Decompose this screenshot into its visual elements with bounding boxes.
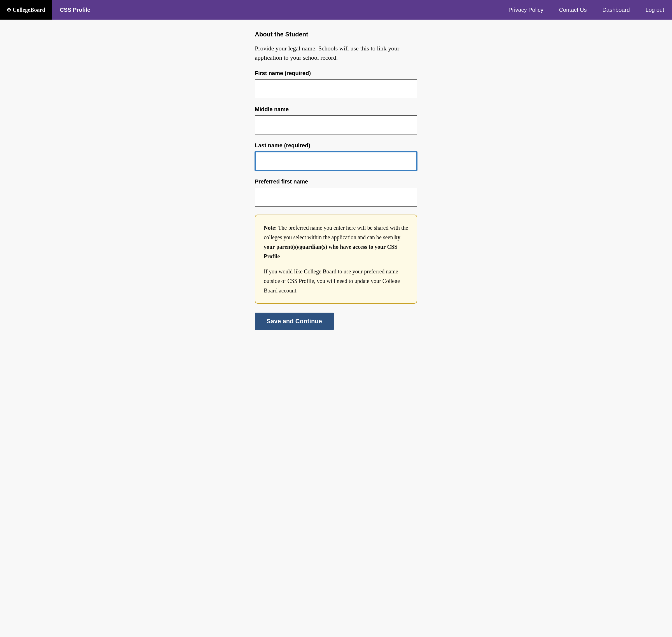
collegeboard-logo[interactable]: ⊕ CollegeBoard [0,0,52,20]
section-description: Provide your legal name. Schools will us… [255,44,417,62]
note-text-first: Note: The preferred name you enter here … [264,223,408,261]
middle-name-label: Middle name [255,106,417,113]
note-text-second: If you would like College Board to use y… [264,267,408,295]
note-text-1: The preferred name you enter here will b… [264,225,408,240]
app-name: CSS Profile [52,7,98,13]
navbar-links: Privacy Policy Contact Us Dashboard Log … [501,7,672,13]
preferred-first-name-group: Preferred first name [255,179,417,207]
note-label: Note: [264,225,277,231]
first-name-group: First name (required) [255,70,417,98]
last-name-label: Last name (required) [255,142,417,149]
preferred-first-name-label: Preferred first name [255,179,417,185]
first-name-label: First name (required) [255,70,417,76]
note-period: . [281,253,282,259]
logo-text: CollegeBoard [13,7,45,13]
page-content: About the Student Provide your legal nam… [0,20,672,352]
contact-us-link[interactable]: Contact Us [551,7,594,13]
first-name-input[interactable] [255,79,417,98]
last-name-group: Last name (required) [255,142,417,170]
preferred-first-name-input[interactable] [255,188,417,207]
logout-link[interactable]: Log out [638,7,672,13]
middle-name-input[interactable] [255,115,417,134]
last-name-input[interactable] [255,151,417,170]
dashboard-link[interactable]: Dashboard [594,7,638,13]
privacy-policy-link[interactable]: Privacy Policy [501,7,551,13]
logo-icon: ⊕ [7,7,11,13]
form-container: About the Student Provide your legal nam… [255,31,417,330]
note-box: Note: The preferred name you enter here … [255,215,417,304]
middle-name-group: Middle name [255,106,417,134]
navbar: ⊕ CollegeBoard CSS Profile Privacy Polic… [0,0,672,20]
save-continue-button[interactable]: Save and Continue [255,313,334,330]
section-title: About the Student [255,31,417,38]
